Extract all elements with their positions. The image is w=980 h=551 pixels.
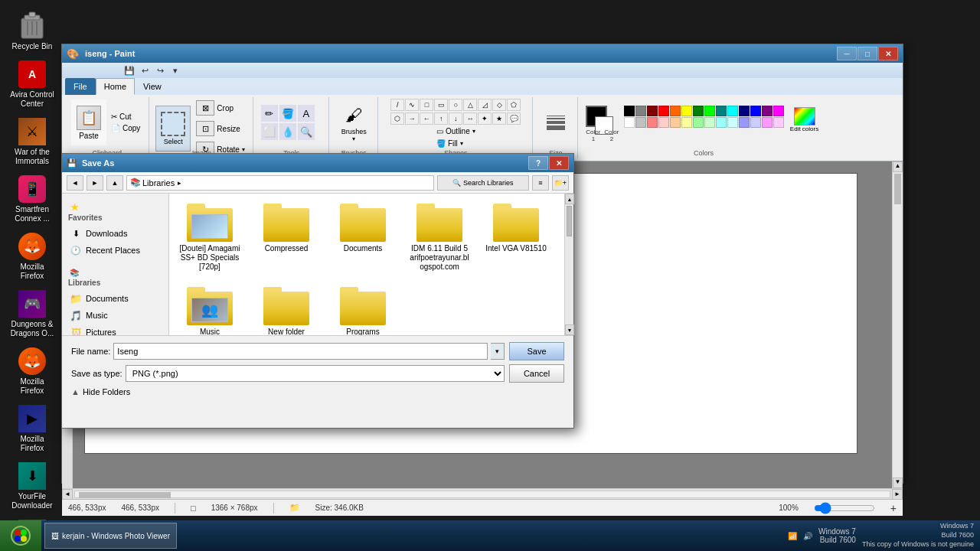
file-item-6[interactable]: New folder (252, 283, 321, 335)
resize-button[interactable]: ⊡ Resize (193, 119, 247, 138)
vscroll-thumb[interactable] (894, 174, 901, 204)
desktop-icon-mozilla2[interactable]: 🦊 Mozilla Firefox (6, 344, 58, 399)
dialog-forward-btn[interactable]: ► (87, 175, 103, 191)
sidebar-item-recent[interactable]: 🕐 Recent Places (65, 242, 165, 259)
color-swatch-CCFFFF[interactable] (727, 117, 738, 128)
color-swatch-CCCCFF[interactable] (750, 117, 761, 128)
eyedrop-tool[interactable]: 💧 (279, 123, 296, 140)
paint-minimize-btn[interactable]: ─ (837, 47, 857, 60)
dialog-view-btn[interactable]: ≡ (532, 175, 549, 191)
color-swatch-FFCC99[interactable] (670, 117, 681, 128)
zoom-slider[interactable] (814, 504, 875, 513)
file-item-0[interactable]: [Doutei] Amagami SS+ BD Specials [720p] (175, 200, 244, 276)
paste-button[interactable]: 📋 Paste (71, 99, 106, 145)
shape-leftarrow[interactable]: ← (420, 112, 433, 125)
color-swatch-FFFF99[interactable] (681, 117, 692, 128)
color-swatch-0000FF[interactable] (750, 106, 761, 116)
start-button[interactable] (0, 520, 41, 551)
color-swatch-00FFFF[interactable] (727, 106, 738, 116)
hide-folders-btn[interactable]: ▲ Hide Folders (71, 386, 564, 396)
hscroll-thumb[interactable] (79, 492, 171, 498)
color-swatch-800080[interactable] (762, 106, 773, 116)
sidebar-item-music[interactable]: 🎵 Music (65, 307, 165, 324)
file-item-4[interactable]: Intel VGA V81510 (482, 200, 550, 276)
color-swatch-000000[interactable] (624, 106, 635, 116)
color-swatch-FFFF00[interactable] (681, 106, 692, 116)
filename-input[interactable] (113, 343, 488, 360)
crop-button[interactable]: ⊠ Crop (193, 99, 247, 117)
color-swatch-C0C0C0[interactable] (635, 117, 646, 128)
save-button[interactable]: Save (509, 342, 564, 360)
fill-button[interactable]: 🪣 Fill ▾ (433, 139, 479, 148)
pencil-tool[interactable]: ✏ (261, 105, 278, 122)
qa-redo-btn[interactable]: ↪ (154, 64, 166, 77)
dialog-back-btn[interactable]: ◄ (67, 175, 83, 191)
dialog-search-btn[interactable]: 🔍 Search Libraries (437, 175, 529, 191)
vscroll-up-btn[interactable]: ▲ (893, 161, 903, 172)
fill-tool[interactable]: 🪣 (279, 105, 296, 122)
color-swatch-FF00FF[interactable] (773, 106, 784, 116)
copy-button[interactable]: 📄 Copy (109, 123, 142, 133)
tab-file[interactable]: File (65, 78, 96, 95)
color-swatch-9999FF[interactable] (739, 117, 750, 128)
qa-dropdown-btn[interactable]: ▾ (169, 64, 181, 77)
cancel-button[interactable]: Cancel (509, 364, 564, 383)
color-swatch-99FF99[interactable] (693, 117, 704, 128)
qa-undo-btn[interactable]: ↩ (139, 64, 151, 77)
paint-close-btn[interactable]: ✕ (878, 47, 898, 60)
brushes-button[interactable]: 🖌 Brushes ▾ (337, 99, 371, 145)
color-swatch-008000[interactable] (693, 106, 704, 116)
desktop-icon-dungeons[interactable]: 🎮 Dungeons & Dragons O... (6, 287, 58, 341)
shape-uparrow[interactable]: ↑ (434, 112, 448, 125)
color-swatch-CCFFCC[interactable] (704, 117, 715, 128)
color-swatch-00FF00[interactable] (704, 106, 715, 116)
dialog-help-btn[interactable]: ? (528, 156, 548, 170)
scroll-thumb[interactable] (567, 206, 572, 236)
shape-callout[interactable]: 💬 (507, 112, 521, 125)
shape-rightarrow[interactable]: → (405, 112, 419, 125)
file-item-2[interactable]: Documents (328, 200, 397, 276)
shape-line[interactable]: / (390, 99, 404, 111)
color-swatch-FFCCFF[interactable] (773, 117, 784, 128)
scroll-down-btn[interactable]: ▼ (565, 324, 574, 335)
sidebar-item-pictures[interactable]: 🖼 Pictures (65, 324, 165, 335)
color-swatch-FFFFFF[interactable] (624, 117, 635, 128)
shape-diamond[interactable]: ◇ (492, 99, 506, 111)
vscroll-down-btn[interactable]: ▼ (893, 478, 903, 488)
scroll-up-btn[interactable]: ▲ (565, 194, 574, 204)
desktop-icon-war[interactable]: ⚔ War of the Immortals (6, 115, 58, 169)
desktop-icon-mozilla1[interactable]: 🦊 Mozilla Firefox (6, 230, 58, 284)
filename-dropdown-btn[interactable]: ▾ (491, 343, 505, 360)
shape-pentagon[interactable]: ⬠ (507, 99, 521, 111)
sidebar-item-documents[interactable]: 📁 Documents (65, 290, 165, 307)
color-swatch-808080[interactable] (635, 106, 646, 116)
savetype-select[interactable]: PNG (*.png) JPEG (*.jpg) BMP (*.bmp) GIF… (126, 365, 505, 382)
desktop-icon-yourfile[interactable]: ⬇ YourFile Downloader (6, 459, 58, 514)
shape-4arrow[interactable]: ↔ (463, 112, 477, 125)
shape-star5[interactable]: ★ (492, 112, 506, 125)
color-swatch-FF99FF[interactable] (762, 117, 773, 128)
tab-home[interactable]: Home (96, 78, 135, 95)
color-swatch-008080[interactable] (716, 106, 727, 116)
sidebar-item-downloads[interactable]: ⬇ Downloads (65, 225, 165, 242)
shape-roundrect[interactable]: ▭ (434, 99, 448, 111)
file-item-5[interactable]: 👥Music (175, 283, 244, 335)
desktop-icon-avira[interactable]: A Avira Control Center (6, 57, 58, 112)
select-button[interactable]: Select (155, 106, 191, 152)
eraser-tool[interactable]: ⬜ (261, 123, 278, 140)
tab-view[interactable]: View (135, 78, 170, 95)
desktop-icon-recycle-bin[interactable]: Recycle Bin (6, 6, 58, 54)
shape-star4[interactable]: ✦ (478, 112, 492, 125)
color-swatch-FFCCCC[interactable] (658, 117, 669, 128)
shape-triangle[interactable]: △ (463, 99, 477, 111)
edit-colors-button[interactable]: Edit colors (787, 106, 822, 134)
shape-ellipse[interactable]: ○ (449, 99, 462, 111)
desktop-icon-mpc[interactable]: ▶ Mozilla Firefox (6, 402, 58, 456)
color-swatch-800000[interactable] (647, 106, 658, 116)
qa-save-btn[interactable]: 💾 (123, 64, 136, 77)
shape-hex[interactable]: ⬡ (390, 112, 404, 125)
text-tool[interactable]: A (298, 105, 315, 122)
paint-maximize-btn[interactable]: □ (858, 47, 877, 60)
hscroll-right-btn[interactable]: ► (892, 489, 903, 500)
color-swatch-FF6600[interactable] (670, 106, 681, 116)
